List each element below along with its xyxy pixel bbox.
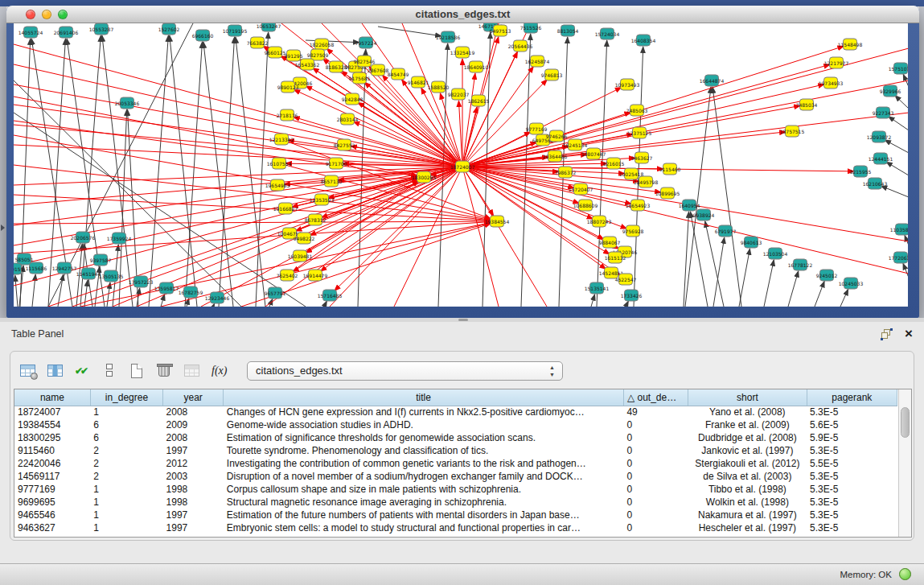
table-cell[interactable]: 0 bbox=[623, 431, 688, 444]
show-column-icon[interactable] bbox=[47, 364, 64, 378]
table-cell[interactable]: Hescheler et al. (1997) bbox=[688, 521, 807, 534]
table-row[interactable]: 946362711997Embryonic stem cells: a mode… bbox=[14, 521, 897, 534]
table-cell[interactable]: 2 bbox=[90, 470, 162, 483]
table-cell[interactable]: 19384554 bbox=[14, 418, 90, 431]
column-header-name[interactable]: name bbox=[14, 389, 90, 406]
table-cell[interactable]: 5.9E-5 bbox=[807, 431, 897, 444]
create-table-icon[interactable] bbox=[129, 364, 146, 378]
table-cell[interactable]: 9463627 bbox=[14, 521, 90, 534]
table-row[interactable]: 1830029562008Estimation of significance … bbox=[14, 431, 897, 444]
column-header-short[interactable]: short bbox=[688, 389, 807, 406]
unselect-rows-icon[interactable] bbox=[102, 364, 118, 378]
table-scrollbar-thumb[interactable] bbox=[901, 407, 910, 438]
table-cell[interactable]: 2009 bbox=[163, 418, 224, 431]
column-header-pagerank[interactable]: pagerank bbox=[807, 389, 897, 406]
table-cell[interactable]: Stergiakouli et al. (2012) bbox=[688, 457, 807, 470]
table-row[interactable]: 911546021997Tourette syndrome. Phenomeno… bbox=[14, 444, 897, 457]
table-row[interactable]: 2242004622012Investigating the contribut… bbox=[14, 457, 897, 470]
table-cell[interactable]: 5.5E-5 bbox=[807, 457, 897, 470]
divider-grip-icon[interactable] bbox=[458, 319, 468, 321]
table-cell[interactable]: Yano et al. (2008) bbox=[688, 406, 807, 418]
table-cell[interactable]: 2012 bbox=[163, 457, 224, 470]
table-cell[interactable]: 18724007 bbox=[14, 406, 90, 418]
table-cell[interactable]: 2 bbox=[90, 457, 162, 470]
table-cell[interactable]: 2 bbox=[90, 444, 162, 457]
table-cell[interactable]: 9699695 bbox=[14, 496, 90, 509]
table-cell[interactable]: 1997 bbox=[163, 521, 224, 534]
table-cell[interactable]: Tibbo et al. (1998) bbox=[688, 483, 807, 496]
table-cell[interactable]: 5.3E-5 bbox=[807, 509, 897, 521]
network-canvas[interactable]: 1872400714055724206914061055328715276026… bbox=[14, 23, 908, 307]
table-cell[interactable]: 2008 bbox=[163, 406, 224, 418]
function-builder-icon[interactable]: f(x) bbox=[211, 364, 228, 378]
table-cell[interactable]: 0 bbox=[623, 509, 688, 521]
splitter-collapse-arrow[interactable] bbox=[1, 225, 5, 231]
table-row[interactable]: 969969511998Structural magnetic resonanc… bbox=[14, 496, 897, 509]
table-cell[interactable]: Franke et al. (2009) bbox=[688, 418, 807, 431]
table-cell[interactable]: Disruption of a novel member of a sodium… bbox=[224, 470, 624, 483]
table-cell[interactable]: 2008 bbox=[163, 431, 224, 444]
table-cell[interactable]: Dudbridge et al. (2008) bbox=[688, 431, 807, 444]
delete-table-icon[interactable] bbox=[157, 364, 173, 378]
table-cell[interactable]: 1 bbox=[90, 521, 162, 534]
table-cell[interactable]: 5.3E-5 bbox=[807, 496, 897, 509]
table-scrollbar[interactable] bbox=[898, 389, 911, 537]
table-cell[interactable]: 9115460 bbox=[14, 444, 90, 457]
table-cell[interactable]: Wolkin et al. (1998) bbox=[688, 496, 807, 509]
table-row[interactable]: 1938455462009Genome-wide association stu… bbox=[14, 418, 897, 431]
table-cell[interactable]: 9465546 bbox=[14, 509, 90, 521]
table-cell[interactable]: 1 bbox=[90, 509, 162, 521]
column-header-in_degree[interactable]: in_degree bbox=[90, 389, 162, 406]
table-cell[interactable]: Embryonic stem cells: a model to study s… bbox=[224, 521, 624, 534]
table-cell[interactable]: 2003 bbox=[163, 470, 224, 483]
table-cell[interactable]: 6 bbox=[90, 418, 162, 431]
table-cell[interactable]: 5.3E-5 bbox=[807, 444, 897, 457]
table-cell[interactable]: 5.3E-5 bbox=[807, 483, 897, 496]
table-cell[interactable]: 1998 bbox=[163, 496, 224, 509]
table-cell[interactable]: 5.6E-5 bbox=[807, 418, 897, 431]
table-cell[interactable]: Jankovic et al. (1997) bbox=[688, 444, 807, 457]
table-cell[interactable]: 1998 bbox=[163, 483, 224, 496]
table-cell[interactable]: 49 bbox=[623, 406, 688, 418]
table-cell[interactable]: 0 bbox=[623, 483, 688, 496]
node-table[interactable]: namein_degreeyeartitle△ out_de…shortpage… bbox=[14, 389, 897, 534]
float-panel-icon[interactable] bbox=[881, 329, 892, 340]
table-cell[interactable]: 1 bbox=[90, 406, 162, 418]
table-settings-icon[interactable] bbox=[20, 364, 36, 378]
table-cell[interactable]: 22420046 bbox=[14, 457, 90, 470]
table-cell[interactable]: Corpus callosum shape and size in male p… bbox=[224, 483, 624, 496]
table-row[interactable]: 977716911998Corpus callosum shape and si… bbox=[14, 483, 897, 496]
table-cell[interactable]: de Silva et al. (2003) bbox=[688, 470, 807, 483]
table-cell[interactable]: Estimation of the future numbers of pati… bbox=[224, 509, 624, 521]
table-cell[interactable]: Structural magnetic resonance image aver… bbox=[224, 496, 624, 509]
table-cell[interactable]: 6 bbox=[90, 431, 162, 444]
column-header-out_de[interactable]: △ out_de… bbox=[623, 389, 688, 406]
table-cell[interactable]: 1 bbox=[90, 496, 162, 509]
table-row[interactable]: 946554611997Estimation of the future num… bbox=[14, 509, 897, 521]
table-cell[interactable]: Changes of HCN gene expression and I(f) … bbox=[224, 406, 624, 418]
window-titlebar[interactable]: citations_edges.txt bbox=[6, 6, 919, 23]
table-cell[interactable]: 0 bbox=[623, 444, 688, 457]
table-row[interactable]: 1456911722003Disruption of a novel membe… bbox=[14, 470, 897, 483]
select-all-rows-icon[interactable]: ✔✔ bbox=[75, 364, 91, 378]
table-cell[interactable]: 5.3E-5 bbox=[807, 406, 897, 418]
table-select-dropdown[interactable]: citations_edges.txt ▲▼ bbox=[247, 361, 563, 381]
table-cell[interactable]: 9777169 bbox=[14, 483, 90, 496]
table-row[interactable]: 1872400712008Changes of HCN gene express… bbox=[14, 406, 897, 418]
table-cell[interactable]: 1 bbox=[90, 483, 162, 496]
table-cell[interactable]: 0 bbox=[623, 457, 688, 470]
table-cell[interactable]: 1997 bbox=[163, 509, 224, 521]
table-cell[interactable]: Estimation of significance thresholds fo… bbox=[224, 431, 624, 444]
table-cell[interactable]: 0 bbox=[623, 496, 688, 509]
table-cell[interactable]: 5.3E-5 bbox=[807, 470, 897, 483]
table-cell[interactable]: 1997 bbox=[163, 444, 224, 457]
table-cell[interactable]: 0 bbox=[623, 521, 688, 534]
table-cell[interactable]: 18300295 bbox=[14, 431, 90, 444]
table-cell[interactable]: Investigating the contribution of common… bbox=[224, 457, 624, 470]
table-cell[interactable]: 14569117 bbox=[14, 470, 90, 483]
table-cell[interactable]: Nakamura et al. (1997) bbox=[688, 509, 807, 521]
table-cell[interactable]: 5.3E-5 bbox=[807, 521, 897, 534]
table-cell[interactable]: Genome-wide association studies in ADHD. bbox=[224, 418, 624, 431]
table-cell[interactable]: Tourette syndrome. Phenomenology and cla… bbox=[224, 444, 624, 457]
table-cell[interactable]: 0 bbox=[623, 418, 688, 431]
